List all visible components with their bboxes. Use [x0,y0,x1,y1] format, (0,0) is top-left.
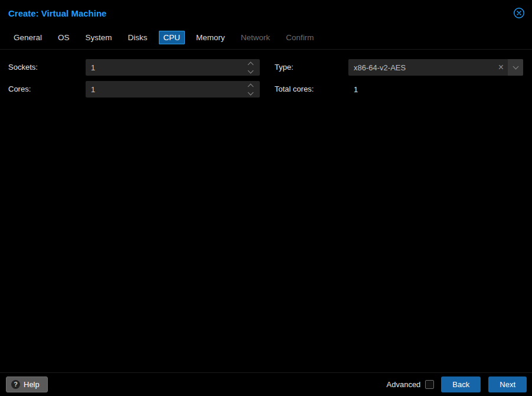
advanced-label: Advanced [387,380,421,389]
cores-input[interactable]: 1 [86,81,260,98]
tab-bar: General OS System Disks CPU Memory Netwo… [0,26,532,50]
chevron-up-icon[interactable] [247,61,253,67]
chevron-up-icon[interactable] [247,83,253,89]
sockets-spinner[interactable] [246,59,254,76]
help-button[interactable]: ? Help [6,376,48,392]
total-cores-value: 1 [348,84,523,95]
combo-dropdown-button[interactable] [508,59,523,76]
tab-disks[interactable]: Disks [128,31,148,44]
tab-general[interactable]: General [14,31,42,44]
sockets-value: 1 [86,63,260,72]
dialog-footer: ? Help Advanced Back Next [0,372,532,396]
advanced-checkbox[interactable] [425,380,434,389]
chevron-down-icon[interactable] [247,67,253,73]
chevron-down-icon [513,64,518,70]
cpu-form: Sockets: 1 Type: x86-64-v2-AES × Cores: [8,59,524,98]
type-label: Type: [275,59,348,76]
sockets-input[interactable]: 1 [86,59,260,76]
total-cores-label: Total cores: [275,81,348,98]
cores-label: Cores: [8,81,86,98]
create-vm-dialog: Create: Virtual Machine General OS Syste… [0,0,532,396]
chevron-down-icon[interactable] [247,89,253,95]
next-button[interactable]: Next [488,376,527,392]
type-value: x86-64-v2-AES [348,63,494,72]
sockets-label: Sockets: [8,59,86,76]
cores-spinner[interactable] [246,81,254,98]
tab-confirm: Confirm [286,31,314,44]
tab-os[interactable]: OS [58,31,70,44]
cpu-tab-panel: Sockets: 1 Type: x86-64-v2-AES × Cores: [0,50,532,372]
cores-value: 1 [86,85,260,94]
help-button-label: Help [24,380,40,389]
back-button[interactable]: Back [441,376,481,392]
type-combobox[interactable]: x86-64-v2-AES × [348,59,523,76]
tab-cpu[interactable]: CPU [159,31,185,44]
close-icon[interactable] [513,7,525,19]
dialog-title: Create: Virtual Machine [8,8,513,18]
tab-memory[interactable]: Memory [196,31,225,44]
clear-icon[interactable]: × [494,63,508,72]
tab-network: Network [241,31,270,44]
dialog-titlebar: Create: Virtual Machine [0,0,532,26]
question-icon: ? [11,380,20,389]
tab-system[interactable]: System [86,31,112,44]
